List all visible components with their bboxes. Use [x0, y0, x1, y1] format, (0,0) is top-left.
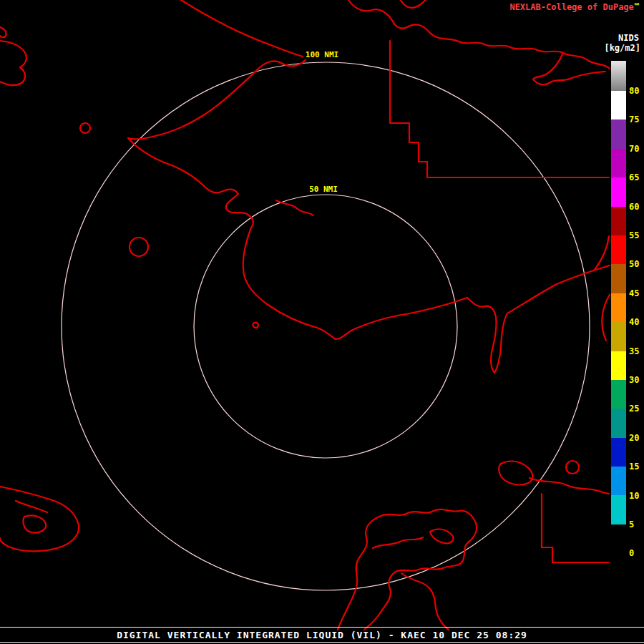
coastline-east-fork	[595, 236, 609, 270]
lake-south-peninsula	[430, 530, 453, 544]
colorbar-segment-40-45	[611, 293, 626, 322]
colorbar-segment-65-70	[611, 149, 626, 177]
colorbar-segment-75-80	[611, 91, 626, 119]
radar-map	[0, 0, 644, 644]
colorbar-segment-30-35	[611, 351, 626, 380]
colorbar-segment-5-10	[611, 495, 626, 524]
island-topleft-small	[0, 27, 6, 37]
lake-ring-bottomright	[566, 461, 579, 474]
map-outlines	[0, 0, 610, 630]
lake-ring-left-small	[80, 123, 90, 133]
colorbar-segment-60-65	[611, 177, 626, 206]
brand-name: NEXLAB-College of DuPage	[509, 2, 633, 12]
colorbar-segment-50-55	[611, 235, 626, 264]
colorbar-segment-35-40	[611, 322, 626, 351]
island-topleft	[0, 41, 26, 85]
coastline-top-blob	[401, 0, 426, 8]
coastline-south-tail	[401, 573, 449, 630]
colorbar-segment-25-30	[611, 380, 626, 409]
island-small-center	[253, 323, 258, 328]
coastline-right-edge	[602, 295, 610, 341]
radar-viewer: 100 NMI 50 NMI NEXLAB-College of DuPage℠…	[0, 0, 644, 644]
river-bottomleft	[16, 501, 47, 512]
range-ring-100nmi	[62, 62, 590, 590]
lake-bottomleft	[23, 515, 46, 532]
island-bottomleft	[0, 487, 79, 551]
colorbar-segment-45-50	[611, 264, 626, 293]
colorbar-segment-70-75	[611, 119, 626, 148]
product-status-text: DIGITAL VERTICALLY INTEGRATED LIQUID (VI…	[117, 630, 527, 640]
state-boundary-north	[390, 41, 609, 177]
colorbar-segment-10-15	[611, 467, 626, 495]
coastline-south-peninsula	[338, 509, 477, 630]
island-bottomright	[499, 462, 532, 485]
range-rings	[62, 62, 590, 590]
coastline-bottomright	[530, 478, 609, 494]
brand-text: NEXLAB-College of DuPage℠	[509, 2, 640, 12]
colorbar-segment-20-25	[611, 409, 626, 437]
river-south-peninsula	[373, 537, 423, 548]
range-ring-label-100nmi: 100 NMI	[303, 50, 341, 59]
colorbar-segment-0-5	[611, 525, 626, 553]
lake-ring-left	[130, 238, 148, 256]
colorbar	[611, 61, 626, 553]
colorbar-segment-80+	[611, 61, 626, 91]
range-ring-label-50nmi: 50 NMI	[307, 185, 340, 194]
coastline-topright-branch	[533, 53, 605, 84]
coastline-northwest	[128, 0, 467, 339]
range-ring-50nmi	[194, 195, 457, 458]
scale-units: [kg/m2]	[604, 43, 640, 53]
scale-title: NIDS	[618, 33, 639, 43]
service-mark-icon: ℠	[634, 2, 640, 9]
colorbar-segment-15-20	[611, 438, 626, 467]
status-bar: DIGITAL VERTICALLY INTEGRATED LIQUID (VI…	[0, 627, 644, 643]
coastline-peninsula-detail	[276, 200, 313, 215]
state-boundary-southeast	[542, 494, 609, 562]
colorbar-segment-55-60	[611, 207, 626, 235]
coastline-inlet-east	[467, 265, 610, 373]
